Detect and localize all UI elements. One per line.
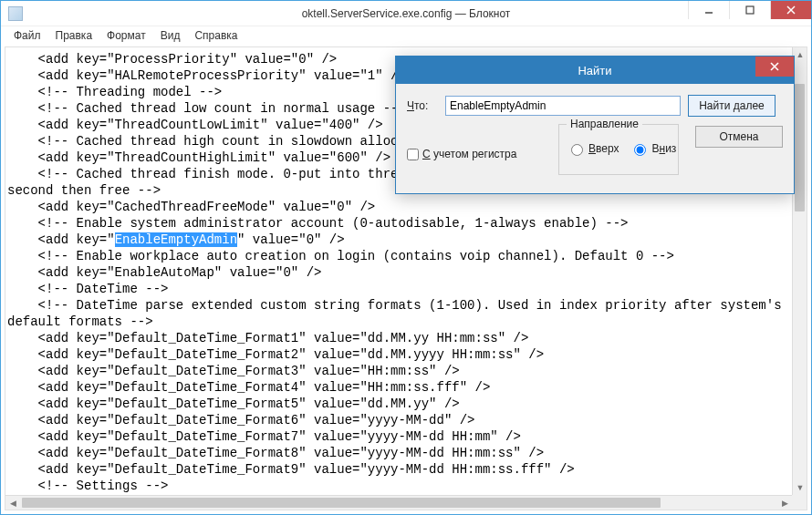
find-what-label: Что: (407, 99, 438, 112)
maximize-button[interactable] (729, 1, 770, 19)
find-next-button[interactable]: Найти далее (688, 95, 776, 117)
direction-up-option[interactable]: Вверх (567, 141, 619, 156)
direction-up-label: Вверх (588, 142, 619, 155)
menu-help[interactable]: Справка (187, 27, 245, 44)
menu-format[interactable]: Формат (99, 27, 153, 44)
menu-view[interactable]: Вид (153, 27, 188, 44)
find-what-input[interactable] (445, 96, 681, 116)
titlebar: oktell.ServerService.exe.config — Блокно… (1, 1, 811, 26)
menubar: Файл Правка Формат Вид Справка (1, 26, 811, 45)
find-close-button[interactable] (755, 57, 794, 77)
direction-legend: Направление (567, 118, 642, 130)
direction-down-label: Вниз (651, 142, 676, 155)
find-dialog: Найти Что: Найти далее С учетом регистра… (395, 56, 795, 194)
scroll-left-icon[interactable]: ◀ (5, 496, 20, 510)
horizontal-scrollbar[interactable]: ◀ ▶ (5, 495, 792, 510)
minimize-button[interactable] (688, 1, 729, 19)
window-controls (688, 1, 811, 19)
minimize-icon (704, 5, 713, 15)
scroll-right-icon[interactable]: ▶ (777, 496, 792, 510)
find-cancel-button[interactable]: Отмена (695, 126, 783, 148)
scroll-down-icon[interactable]: ▼ (793, 480, 807, 495)
match-case-row[interactable]: С учетом регистра (407, 148, 516, 160)
close-icon (786, 5, 796, 15)
match-case-label: С учетом регистра (422, 148, 516, 160)
find-dialog-titlebar[interactable]: Найти (396, 57, 794, 84)
direction-up-radio[interactable] (571, 144, 583, 156)
scroll-corner (792, 495, 807, 510)
menu-edit[interactable]: Правка (48, 27, 100, 44)
app-icon (8, 6, 23, 21)
close-icon (770, 62, 779, 71)
menu-file[interactable]: Файл (6, 27, 48, 44)
scroll-thumb-vertical[interactable] (795, 84, 805, 211)
direction-down-option[interactable]: Вниз (630, 141, 676, 156)
find-dialog-body: Что: Найти далее С учетом регистра Напра… (396, 84, 794, 193)
scroll-thumb-horizontal[interactable] (22, 498, 661, 508)
find-dialog-title: Найти (578, 64, 611, 77)
maximize-icon (745, 5, 755, 15)
match-case-checkbox[interactable] (407, 149, 419, 160)
svg-rect-1 (746, 6, 754, 14)
close-button[interactable] (770, 1, 811, 19)
direction-down-radio[interactable] (634, 144, 646, 156)
scroll-up-icon[interactable]: ▲ (793, 47, 807, 62)
direction-groupbox: Направление Вверх Вниз (558, 124, 679, 175)
